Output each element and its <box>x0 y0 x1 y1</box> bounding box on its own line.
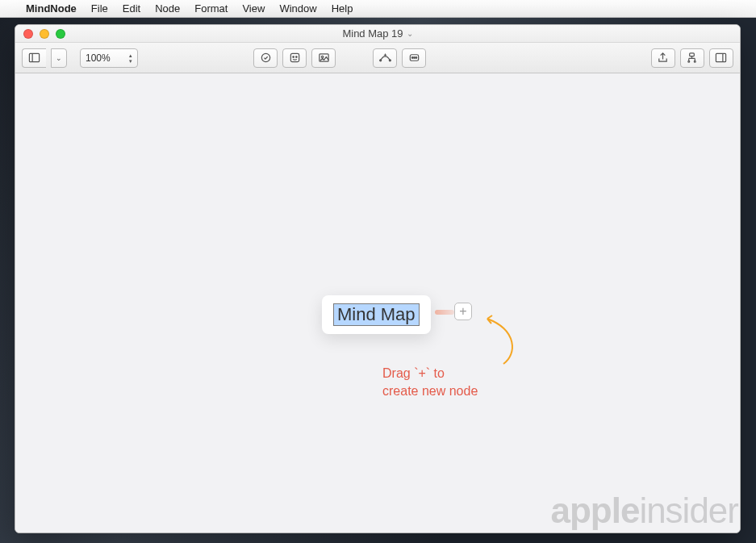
svg-point-5 <box>295 56 297 58</box>
title-dropdown-icon[interactable]: ⌄ <box>407 29 413 38</box>
menu-edit[interactable]: Edit <box>123 2 140 15</box>
tip-line-2: create new node <box>382 382 478 400</box>
watermark: appleinsider <box>550 491 738 531</box>
image-button[interactable] <box>311 48 336 68</box>
svg-point-4 <box>293 56 294 58</box>
menu-format[interactable]: Format <box>194 2 228 15</box>
window-titlebar[interactable]: Mind Map 19 ⌄ <box>15 25 740 43</box>
svg-point-22 <box>695 61 696 62</box>
image-icon <box>318 52 330 64</box>
node-connector <box>435 310 454 315</box>
watermark-bold: apple <box>550 491 639 530</box>
watermark-thin: insider <box>639 491 738 530</box>
sidebar-icon <box>28 52 40 64</box>
menu-node[interactable]: Node <box>155 2 180 15</box>
svg-point-2 <box>261 53 269 61</box>
app-window: Mind Map 19 ⌄ ⌄ 100% ▴▾ <box>15 24 741 533</box>
app-toolbar: ⌄ 100% ▴▾ <box>15 43 740 73</box>
zoom-button[interactable] <box>56 29 65 39</box>
svg-rect-0 <box>29 53 39 61</box>
root-node[interactable]: Mind Map <box>322 295 431 334</box>
app-menu[interactable]: MindNode <box>26 2 77 15</box>
menu-window[interactable]: Window <box>279 2 316 15</box>
svg-point-8 <box>379 60 381 61</box>
zoom-stepper[interactable]: 100% ▴▾ <box>80 48 138 68</box>
svg-point-14 <box>413 57 415 59</box>
zoom-stepper-arrows[interactable]: ▴▾ <box>129 52 132 64</box>
add-child-handle[interactable]: + <box>454 303 472 320</box>
task-button[interactable] <box>253 48 278 68</box>
svg-point-15 <box>416 57 417 59</box>
task-circle-icon <box>260 52 272 64</box>
svg-point-7 <box>321 56 323 57</box>
minimize-button[interactable] <box>40 29 49 39</box>
svg-point-13 <box>411 57 413 59</box>
sticker-button[interactable] <box>282 48 307 68</box>
outline-icon <box>686 52 698 64</box>
mindmap-canvas[interactable]: Mind Map + Drag `+` to create new node a… <box>15 73 740 533</box>
svg-rect-23 <box>716 53 726 61</box>
close-button[interactable] <box>23 29 33 39</box>
share-icon <box>657 52 669 64</box>
window-title: Mind Map 19 <box>342 27 403 40</box>
note-icon <box>408 52 420 64</box>
tip-line-1: Drag `+` to <box>382 365 478 382</box>
connection-button[interactable] <box>373 48 397 68</box>
window-traffic-lights <box>15 29 65 39</box>
menu-file[interactable]: File <box>91 2 108 15</box>
sidebar-toggle-button[interactable] <box>22 48 46 68</box>
sidebar-dropdown-button[interactable]: ⌄ <box>51 48 67 68</box>
macos-menu-bar: MindNode File Edit Node Format View Wind… <box>0 0 756 18</box>
share-button[interactable] <box>651 48 675 68</box>
connection-icon <box>379 52 391 64</box>
inspector-button[interactable] <box>709 48 733 68</box>
svg-rect-3 <box>290 53 299 61</box>
menu-view[interactable]: View <box>242 2 265 15</box>
inspector-panel-icon <box>715 52 727 64</box>
tip-arrow <box>473 314 521 370</box>
onboarding-tip: Drag `+` to create new node <box>382 365 478 400</box>
outline-button[interactable] <box>680 48 704 68</box>
root-node-text-input[interactable]: Mind Map <box>333 303 420 326</box>
svg-point-21 <box>688 61 690 62</box>
menu-help[interactable]: Help <box>332 2 353 15</box>
note-button[interactable] <box>402 48 426 68</box>
sticker-icon <box>289 52 301 64</box>
zoom-value: 100% <box>86 52 111 64</box>
svg-point-9 <box>389 60 391 61</box>
chevron-down-icon: ⌄ <box>56 54 62 62</box>
plus-icon: + <box>459 304 466 319</box>
svg-rect-16 <box>690 53 695 56</box>
